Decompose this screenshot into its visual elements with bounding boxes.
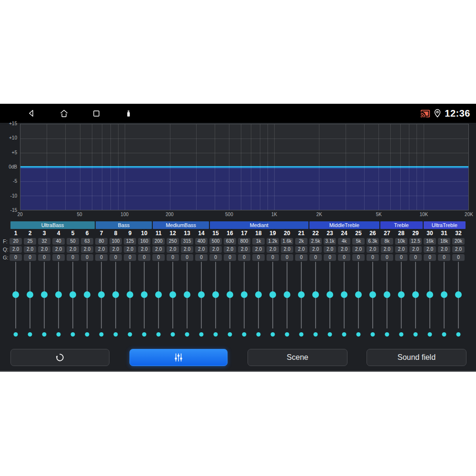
- q-factor-value[interactable]: 2.0: [224, 246, 236, 253]
- gain-value[interactable]: 0: [124, 254, 136, 261]
- q-factor-value[interactable]: 2.0: [195, 246, 208, 253]
- frequency-value[interactable]: 315: [181, 238, 193, 245]
- frequency-value[interactable]: 400: [195, 238, 208, 245]
- slider-knob[interactable]: [112, 291, 119, 298]
- slider-knob[interactable]: [398, 291, 405, 298]
- gain-value[interactable]: 0: [424, 254, 436, 261]
- frequency-value[interactable]: 18k: [438, 238, 450, 245]
- gain-value[interactable]: 0: [367, 254, 379, 261]
- slider-knob[interactable]: [12, 291, 19, 298]
- gain-value[interactable]: 0: [267, 254, 279, 261]
- slider-knob[interactable]: [155, 291, 162, 298]
- channel-dot[interactable]: [57, 332, 61, 337]
- q-factor-value[interactable]: 2.0: [409, 246, 422, 253]
- q-factor-value[interactable]: 2.0: [395, 246, 407, 253]
- equalizer-button[interactable]: [129, 349, 228, 366]
- gain-value[interactable]: 0: [438, 254, 450, 261]
- q-factor-value[interactable]: 2.0: [81, 246, 93, 253]
- slider-knob[interactable]: [441, 291, 447, 298]
- slider-knob[interactable]: [169, 291, 176, 298]
- frequency-value[interactable]: 160: [138, 238, 150, 245]
- slider-knob[interactable]: [327, 291, 333, 298]
- scene-button[interactable]: Scene: [248, 349, 347, 366]
- frequency-value[interactable]: 63: [81, 238, 93, 245]
- gain-value[interactable]: 0: [67, 254, 79, 261]
- channel-dot[interactable]: [28, 332, 32, 337]
- gain-value[interactable]: 0: [252, 254, 265, 261]
- gain-value[interactable]: 0: [81, 254, 93, 261]
- gain-value[interactable]: 0: [381, 254, 393, 261]
- frequency-value[interactable]: 10k: [395, 238, 407, 245]
- channel-dot[interactable]: [228, 332, 232, 337]
- gain-value[interactable]: 0: [24, 254, 36, 261]
- frequency-value[interactable]: 8k: [381, 238, 393, 245]
- slider-knob[interactable]: [369, 291, 376, 298]
- band-segment[interactable]: UltraBass: [10, 221, 95, 229]
- channel-dot[interactable]: [242, 332, 247, 337]
- q-factor-value[interactable]: 2.0: [295, 246, 307, 253]
- slider-knob[interactable]: [298, 291, 305, 298]
- frequency-value[interactable]: 250: [167, 238, 179, 245]
- q-factor-value[interactable]: 2.0: [152, 246, 165, 253]
- slider-knob[interactable]: [355, 291, 362, 298]
- channel-dot[interactable]: [357, 332, 361, 337]
- q-factor-value[interactable]: 2.0: [309, 246, 322, 253]
- band-segment[interactable]: MiddleTreble: [309, 221, 380, 229]
- slider-knob[interactable]: [455, 291, 462, 298]
- q-factor-value[interactable]: 2.0: [10, 246, 22, 253]
- frequency-value[interactable]: 1.6k: [281, 238, 293, 245]
- channel-dot[interactable]: [114, 332, 118, 337]
- frequency-value[interactable]: 5k: [352, 238, 365, 245]
- gain-value[interactable]: 0: [167, 254, 179, 261]
- q-factor-value[interactable]: 2.0: [124, 246, 136, 253]
- frequency-value[interactable]: 25: [24, 238, 36, 245]
- slider-knob[interactable]: [212, 291, 219, 298]
- channel-dot[interactable]: [299, 332, 304, 337]
- gain-value[interactable]: 0: [138, 254, 150, 261]
- gain-value[interactable]: 0: [238, 254, 250, 261]
- q-factor-value[interactable]: 2.0: [438, 246, 450, 253]
- band-segment[interactable]: Treble: [380, 221, 423, 229]
- channel-dot[interactable]: [385, 332, 389, 337]
- q-factor-value[interactable]: 2.0: [381, 246, 393, 253]
- channel-dot[interactable]: [99, 332, 104, 337]
- channel-dot[interactable]: [185, 332, 189, 337]
- q-factor-value[interactable]: 2.0: [67, 246, 79, 253]
- frequency-value[interactable]: 20k: [452, 238, 465, 245]
- frequency-value[interactable]: 6.3k: [367, 238, 379, 245]
- q-factor-value[interactable]: 2.0: [38, 246, 50, 253]
- frequency-value[interactable]: 80: [95, 238, 108, 245]
- reset-button[interactable]: [10, 349, 109, 366]
- q-factor-value[interactable]: 2.0: [167, 246, 179, 253]
- channel-dot[interactable]: [42, 332, 47, 337]
- slider-knob[interactable]: [284, 291, 290, 298]
- channel-dot[interactable]: [442, 332, 446, 337]
- q-factor-value[interactable]: 2.0: [267, 246, 279, 253]
- channel-dot[interactable]: [371, 332, 375, 337]
- channel-dot[interactable]: [214, 332, 218, 337]
- channel-dot[interactable]: [271, 332, 275, 337]
- slider-knob[interactable]: [41, 291, 48, 298]
- slider-knob[interactable]: [84, 291, 90, 298]
- q-factor-value[interactable]: 2.0: [452, 246, 465, 253]
- channel-dot[interactable]: [199, 332, 204, 337]
- slider-knob[interactable]: [141, 291, 148, 298]
- slider-knob[interactable]: [55, 291, 62, 298]
- q-factor-value[interactable]: 2.0: [109, 246, 122, 253]
- frequency-value[interactable]: 800: [238, 238, 250, 245]
- gain-value[interactable]: 0: [95, 254, 108, 261]
- gain-value[interactable]: 0: [324, 254, 336, 261]
- channel-dot[interactable]: [71, 332, 75, 337]
- frequency-value[interactable]: 630: [224, 238, 236, 245]
- frequency-value[interactable]: 500: [209, 238, 222, 245]
- q-factor-value[interactable]: 2.0: [324, 246, 336, 253]
- gain-value[interactable]: 0: [181, 254, 193, 261]
- home-button[interactable]: [59, 108, 69, 119]
- slider-knob[interactable]: [341, 291, 347, 298]
- channel-dot[interactable]: [128, 332, 132, 337]
- channel-dot[interactable]: [285, 332, 289, 337]
- slider-knob[interactable]: [184, 291, 190, 298]
- q-factor-value[interactable]: 2.0: [367, 246, 379, 253]
- channel-dot[interactable]: [428, 332, 432, 337]
- back-button[interactable]: [26, 108, 37, 119]
